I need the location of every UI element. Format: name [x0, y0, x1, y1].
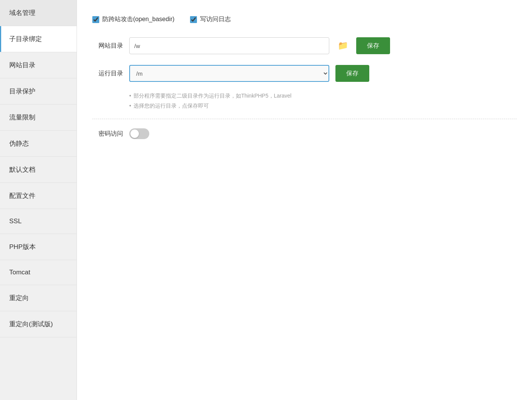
checkbox-row: 防跨站攻击(open_basedir) 写访问日志 — [92, 15, 517, 23]
access-log-label: 写访问日志 — [200, 15, 231, 23]
sidebar-item-pseudo-static[interactable]: 伪静态 — [0, 131, 77, 157]
sidebar-item-domain[interactable]: 域名管理 — [0, 0, 77, 26]
run-dir-select[interactable]: /m / — [129, 65, 329, 82]
run-dir-save-button[interactable]: 保存 — [335, 65, 369, 82]
password-access-row: 密码访问 — [92, 128, 517, 139]
sidebar-item-traffic-limit[interactable]: 流量限制 — [0, 105, 77, 131]
password-access-toggle[interactable] — [129, 128, 149, 139]
access-log-checkbox-label[interactable]: 写访问日志 — [190, 15, 231, 23]
sidebar-item-dir-protect[interactable]: 目录保护 — [0, 78, 77, 105]
sidebar-item-subdir[interactable]: 子目录绑定 — [0, 26, 77, 52]
sidebar-item-website-dir[interactable]: 网站目录 — [0, 52, 77, 78]
cross-site-checkbox-label[interactable]: 防跨站攻击(open_basedir) — [92, 15, 175, 23]
website-dir-input[interactable] — [129, 37, 329, 54]
sidebar-item-redirect-beta[interactable]: 重定向(测试版) — [0, 311, 77, 337]
sidebar-item-ssl[interactable]: SSL — [0, 209, 77, 234]
sidebar-item-default-doc[interactable]: 默认文档 — [0, 157, 77, 183]
website-dir-save-button[interactable]: 保存 — [356, 37, 390, 54]
website-dir-label: 网站目录 — [92, 42, 123, 50]
access-log-checkbox[interactable] — [190, 16, 197, 23]
toggle-thumb — [130, 129, 139, 138]
run-dir-row: 运行目录 /m / 保存 — [92, 65, 517, 82]
hints-section: 部分程序需要指定二级目录作为运行目录，如ThinkPHP5，Laravel 选择… — [129, 93, 517, 110]
website-dir-row: 网站目录 📁 保存 — [92, 37, 517, 54]
main-content: 防跨站攻击(open_basedir) 写访问日志 网站目录 📁 保存 运行目录… — [77, 0, 532, 400]
sidebar: 域名管理 子目录绑定 网站目录 目录保护 流量限制 伪静态 默认文档 配置文件 … — [0, 0, 77, 400]
cross-site-label: 防跨站攻击(open_basedir) — [102, 15, 175, 23]
hint-item-2: 选择您的运行目录，点保存即可 — [129, 103, 517, 110]
password-access-label: 密码访问 — [92, 130, 123, 138]
sidebar-item-tomcat[interactable]: Tomcat — [0, 260, 77, 285]
sidebar-item-config-file[interactable]: 配置文件 — [0, 183, 77, 209]
section-divider — [92, 119, 517, 119]
sidebar-item-php-version[interactable]: PHP版本 — [0, 234, 77, 260]
cross-site-checkbox[interactable] — [92, 16, 99, 23]
folder-icon: 📁 — [338, 41, 348, 51]
folder-icon-button[interactable]: 📁 — [335, 38, 350, 53]
sidebar-item-redirect[interactable]: 重定向 — [0, 285, 77, 311]
hint-item-1: 部分程序需要指定二级目录作为运行目录，如ThinkPHP5，Laravel — [129, 93, 517, 100]
run-dir-label: 运行目录 — [92, 70, 123, 78]
